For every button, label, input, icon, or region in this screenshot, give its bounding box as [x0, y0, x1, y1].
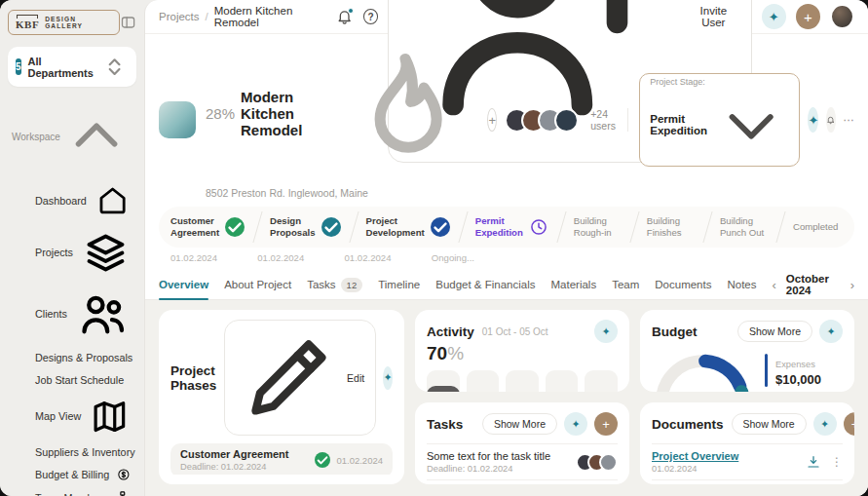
workspace-section-head: Workspace [8, 98, 136, 178]
documents-show-more-button[interactable]: Show More [732, 413, 807, 435]
breadcrumb-parent[interactable]: Projects [159, 11, 200, 22]
tasks-show-more-button[interactable]: Show More [482, 413, 557, 435]
tab[interactable]: Documents [655, 270, 711, 299]
stepper-step[interactable]: Building Punch Out [708, 207, 781, 248]
sidebar-item[interactable]: Team Members [8, 486, 136, 496]
breadcrumb-current: Modern Kitchen Remodel [214, 5, 337, 28]
task-list: Some text for the task title Deadline: 0… [427, 443, 618, 484]
tab-label: Materials [551, 279, 597, 290]
tab[interactable]: Tasks 12 [307, 270, 362, 299]
sidebar-item[interactable]: Designs & Proposals [8, 347, 136, 368]
step-date [681, 252, 768, 263]
step-date [507, 252, 593, 263]
step-date: 01.02.2024 [333, 252, 420, 263]
ai-sparkle-button[interactable]: ✦ [813, 412, 837, 436]
brand-logo: KBF DESIGN GALLERY [8, 10, 120, 35]
legend-name: Expenses [775, 360, 815, 369]
add-document-button[interactable]: + [844, 412, 854, 436]
users-more-count[interactable]: +24 users [590, 108, 616, 132]
stepper-step[interactable]: Completed [781, 207, 854, 248]
stepper-step[interactable]: Building Rough-in [562, 207, 635, 248]
ai-sparkle-button[interactable]: ✦ [383, 366, 393, 390]
budget-show-more-button[interactable]: Show More [737, 321, 812, 342]
stepper-step[interactable]: Customer Agreement [159, 207, 258, 248]
stepper-step[interactable]: Building Finishes [635, 207, 708, 248]
tab[interactable]: Materials [551, 270, 597, 299]
check-icon [315, 452, 330, 468]
prev-month-icon[interactable]: ‹ [773, 279, 776, 291]
step-date [768, 252, 854, 263]
activity-bar: Thu0% [546, 370, 579, 392]
brand-monogram: KBF [16, 15, 39, 30]
task-avatar-stack [576, 453, 618, 472]
main-panel: Projects / Modern Kitchen Remodel ? Invi… [144, 0, 868, 496]
notifications-bell-icon[interactable] [336, 8, 353, 25]
ai-sparkle-button[interactable]: ✦ [594, 320, 618, 343]
sidebar-item-icon [14, 351, 27, 364]
document-link[interactable]: Project Overview [652, 450, 806, 462]
stepper-step[interactable]: Permit Expedition [464, 207, 562, 248]
project-stage-dropdown[interactable]: Project Stage: Permit Expedition [639, 73, 800, 167]
sidebar-item[interactable]: Projects [8, 224, 136, 282]
invite-user-label: Invite User [688, 5, 739, 28]
tab[interactable]: Overview [159, 270, 208, 299]
step-status-icon [529, 217, 548, 237]
sidebar-item-label: Budget & Billing [35, 469, 109, 480]
activity-card-title: Activity [427, 324, 474, 339]
sidebar-item-label: Suppliers & Inventory [35, 446, 135, 458]
sidebar: KBF DESIGN GALLERY 5 All Departments Wor… [0, 0, 144, 496]
step-status-icon [431, 217, 450, 237]
help-icon[interactable]: ? [363, 9, 378, 24]
sidebar-item[interactable]: Clients [8, 283, 136, 346]
stepper-step[interactable]: Project Development [355, 207, 464, 248]
sidebar-item[interactable]: Job Start Schedule [8, 369, 136, 391]
sidebar-item-icon [14, 409, 27, 423]
tab[interactable]: Notes [727, 270, 756, 299]
download-icon[interactable] [806, 454, 821, 470]
stepper-step[interactable]: Design Proposals [258, 207, 354, 248]
tab[interactable]: Timeline [378, 270, 420, 299]
ai-sparkle-button[interactable]: ✦ [762, 4, 786, 29]
step-date: 01.02.2024 [159, 252, 245, 263]
task-row: Some text for the task title Deadline: 0… [427, 443, 618, 479]
departments-select[interactable]: 5 All Departments [8, 47, 136, 87]
document-row: Project Overview 01.02.2024 ⋮ [652, 443, 843, 479]
tab[interactable]: Budget & Financials [435, 270, 535, 299]
sidebar-item-icon [14, 194, 27, 208]
chevron-down-icon [713, 87, 789, 163]
ai-sparkle-button[interactable]: ✦ [564, 412, 587, 436]
phase-list: Customer Agreement Deadline: 01.02.2024 … [170, 443, 393, 475]
sidebar-item-icon [14, 307, 27, 321]
brand-name: DESIGN GALLERY [45, 16, 112, 29]
pencil-icon [236, 324, 342, 431]
ai-sparkle-button[interactable]: ✦ [808, 107, 818, 133]
tab[interactable]: About Project [224, 270, 291, 299]
phases-card-title: Project Phases [170, 363, 216, 393]
next-month-icon[interactable]: › [850, 279, 854, 291]
more-options-icon[interactable]: ⋯ [844, 113, 855, 127]
add-member-button[interactable]: + [487, 108, 497, 132]
sidebar-item[interactable]: Suppliers & Inventory [8, 441, 136, 463]
avatar [554, 108, 579, 133]
stage-label: Project Stage: [650, 77, 789, 87]
tab-count-badge: 12 [341, 278, 363, 292]
bell-button[interactable] [826, 107, 835, 133]
chevron-up-icon[interactable] [60, 100, 132, 172]
tab[interactable]: Team [612, 270, 639, 299]
sidebar-item[interactable]: Map View [8, 392, 136, 441]
step-status-icon [225, 217, 245, 237]
collapse-sidebar-icon[interactable] [120, 14, 136, 31]
flame-icon [333, 41, 477, 185]
add-task-button[interactable]: + [594, 412, 618, 436]
edit-phases-button[interactable]: Edit [224, 320, 376, 436]
ai-sparkle-button[interactable]: ✦ [819, 320, 843, 343]
sidebar-item-icon [14, 468, 27, 481]
sidebar-item[interactable]: Budget & Billing [8, 464, 136, 485]
add-button[interactable]: + [796, 4, 820, 29]
sidebar-item[interactable]: Dashboard [8, 178, 136, 222]
step-status-icon [321, 217, 341, 237]
month-navigator: ‹ October 2024 › [773, 273, 854, 296]
user-avatar[interactable] [830, 4, 854, 29]
project-header: 28% Modern Kitchen Remodel 8502 Preston … [145, 34, 868, 205]
more-options-icon[interactable]: ⋮ [831, 455, 843, 469]
